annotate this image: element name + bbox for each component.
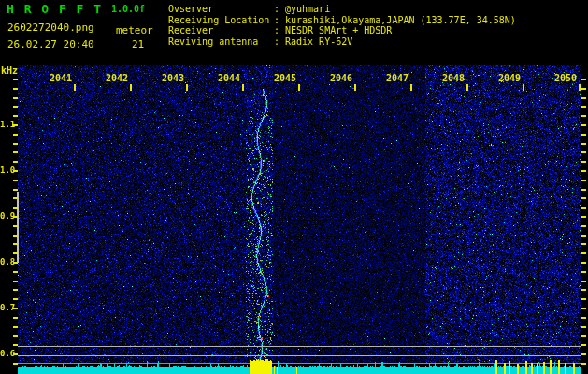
x-axis-tick-label: 2043 — [161, 73, 184, 83]
x-axis-tick-label: 2042 — [105, 73, 128, 83]
mode-label: meteor — [116, 25, 153, 36]
output-filename: 2602272040.png — [7, 22, 94, 34]
info-label: Receiving Location — [168, 15, 274, 25]
spectrogram-canvas — [0, 0, 588, 374]
info-row-reviving-antenna: Reviving antenna:Radix RY-62V — [168, 36, 352, 47]
y-axis-tick-label: 1.0 — [0, 165, 13, 175]
x-axis-tick-label: 2050 — [553, 73, 577, 83]
hrofft-window: { "app": { "title": "H R O F F T", "vers… — [0, 0, 588, 374]
y-axis-tick-label: 0.7 — [0, 303, 13, 312]
info-colon: : — [274, 36, 285, 47]
x-axis-tick-label: 2048 — [441, 73, 465, 83]
observation-datetime: 26.02.27 20:40 — [7, 39, 94, 50]
x-axis-tick-label: 2045 — [273, 73, 296, 83]
x-axis-tick-label: 2047 — [385, 73, 409, 83]
info-label: Ovserver — [168, 4, 274, 14]
y-axis-tick-label: 1.1 — [0, 120, 13, 129]
y-axis-tick-label: 0.8 — [0, 257, 13, 266]
info-colon: : — [274, 4, 285, 14]
info-row-receiver: Receiver:NESDR SMArt + HDSDR — [168, 25, 392, 36]
app-title: H R O F F T — [7, 3, 103, 16]
x-axis-tick-label: 2049 — [497, 73, 521, 83]
y-axis-unit-label: kHz — [1, 66, 18, 77]
info-value: Radix RY-62V — [285, 36, 352, 47]
info-label: Receiver — [168, 25, 274, 36]
info-colon: : — [274, 15, 285, 25]
info-value: NESDR SMArt + HDSDR — [285, 25, 392, 36]
info-value: @yuhmari — [285, 4, 330, 14]
x-axis-tick-label: 2046 — [329, 73, 352, 83]
info-label: Reviving antenna — [168, 36, 274, 47]
app-version: 1.0.0f — [111, 5, 145, 15]
y-axis-tick-label: 0.9 — [0, 211, 13, 221]
info-colon: : — [274, 25, 285, 36]
x-axis-tick-label: 2044 — [217, 73, 240, 83]
x-axis-tick-label: 2041 — [49, 73, 72, 83]
info-value: kurashiki,Okayama,JAPAN (133.77E, 34.58N… — [285, 15, 516, 25]
info-row-receiving-location: Receiving Location:kurashiki,Okayama,JAP… — [168, 15, 516, 25]
info-row-ovserver: Ovserver:@yuhmari — [168, 4, 330, 14]
y-axis-tick-label: 0.6 — [0, 349, 13, 358]
echo-count: 21 — [132, 39, 144, 50]
